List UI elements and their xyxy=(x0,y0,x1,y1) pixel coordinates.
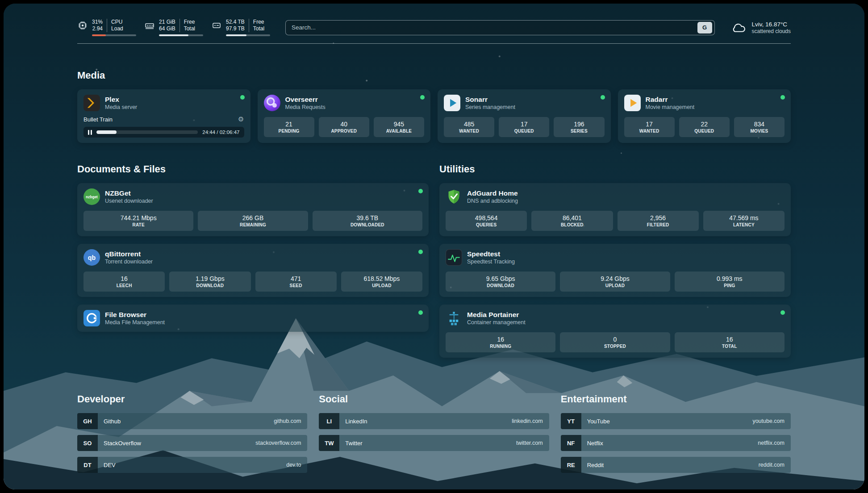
stat-label: WANTED xyxy=(625,129,674,134)
bookmark-row-github[interactable]: GH Github github.com xyxy=(77,413,307,429)
stat-value: 744.21 Mbps xyxy=(84,214,192,222)
ram-free-label: Free xyxy=(180,19,195,25)
stat-value: 0.993 ms xyxy=(676,275,784,283)
player-title: Bullet Train xyxy=(83,116,113,123)
disk-progress-fill xyxy=(226,34,246,36)
app-card-adguard[interactable]: AdGuard Home DNS and adblocking 498,564 … xyxy=(439,183,791,236)
app-subtitle: Series management xyxy=(465,104,515,111)
bookmark-row-dev[interactable]: DT DEV dev.to xyxy=(77,457,307,473)
stat-tile: 618.52 Mbps UPLOAD xyxy=(341,272,422,292)
app-card-filebrowser[interactable]: File Browser Media File Management xyxy=(77,305,429,332)
cpu-progress-track xyxy=(92,34,136,36)
bookmark-url: netflix.com xyxy=(758,440,785,446)
disk-monitor: 52.4 TB Free 97.9 TB Total xyxy=(211,19,270,36)
stat-tile: 0 STOPPED xyxy=(560,332,670,352)
topbar: 31% CPU 2.94 Load xyxy=(77,4,791,36)
app-card-sonarr[interactable]: Sonarr Series management 485 WANTED 17 Q… xyxy=(438,89,611,143)
section-media: Media Plex Media server xyxy=(77,70,791,143)
stat-value: 2,956 xyxy=(618,214,698,222)
bookmark-name: Github xyxy=(104,418,121,425)
filebrowser-icon xyxy=(83,310,100,326)
pause-icon[interactable] xyxy=(88,130,92,135)
section-developer: Developer GH Github github.com SO StackO… xyxy=(77,393,307,479)
bookmark-abbr: YT xyxy=(561,413,581,429)
bookmark-abbr: TW xyxy=(319,435,339,451)
disk-icon xyxy=(211,20,222,31)
bookmark-row-twitter[interactable]: TW Twitter twitter.com xyxy=(319,435,549,451)
stat-tile: 9.24 Gbps UPLOAD xyxy=(560,272,670,292)
stat-value: 17 xyxy=(625,120,674,128)
stat-label: PENDING xyxy=(265,129,313,134)
bookmark-abbr: SO xyxy=(77,435,98,451)
stat-label: WANTED xyxy=(445,129,493,134)
ram-total-value: 64 GiB xyxy=(159,25,180,32)
app-subtitle: Media Requests xyxy=(285,104,326,111)
stat-value: 16 xyxy=(447,335,555,343)
section-documents: Documents & Files nzbget NZBGet Usenet d… xyxy=(77,163,429,358)
bookmark-url: youtube.com xyxy=(752,418,785,424)
app-card-speedtest[interactable]: Speedtest Speedtest Tracking 9.65 Gbps D… xyxy=(439,244,791,297)
stat-value: 485 xyxy=(445,120,493,128)
app-card-radarr[interactable]: Radarr Movie management 17 WANTED 22 QUE… xyxy=(618,89,791,143)
section-title-utilities: Utilities xyxy=(439,163,791,175)
bookmark-row-stackoverflow[interactable]: SO StackOverflow stackoverflow.com xyxy=(77,435,307,451)
stat-value: 39.6 TB xyxy=(313,214,421,222)
bookmark-row-youtube[interactable]: YT YouTube youtube.com xyxy=(561,413,791,429)
speedtest-icon xyxy=(446,249,462,266)
stat-value: 86,401 xyxy=(532,214,612,222)
stat-tile: 16 LEECH xyxy=(83,272,165,292)
stat-tile: 16 RUNNING xyxy=(446,332,555,352)
status-dot xyxy=(418,310,423,315)
search-engine-button[interactable]: G xyxy=(697,22,712,33)
stat-tile: 86,401 BLOCKED xyxy=(531,211,613,231)
search-input[interactable] xyxy=(292,24,697,31)
bookmark-row-linkedin[interactable]: LI LinkedIn linkedin.com xyxy=(319,413,549,429)
app-card-portainer[interactable]: Media Portainer Container management 16 … xyxy=(439,305,791,358)
ram-progress-fill xyxy=(159,34,188,36)
stat-label: DOWNLOAD xyxy=(170,283,250,288)
sonarr-icon xyxy=(444,95,460,111)
section-social: Social LI LinkedIn linkedin.com TW Twitt… xyxy=(319,393,549,479)
search-bar: G xyxy=(285,20,715,35)
system-monitors: 31% CPU 2.94 Load xyxy=(77,19,270,36)
bookmark-name: YouTube xyxy=(587,418,610,425)
stat-label: REMAINING xyxy=(199,222,307,227)
stat-value: 0 xyxy=(561,335,669,343)
radarr-icon xyxy=(624,95,641,111)
bookmark-row-netflix[interactable]: NF Netflix netflix.com xyxy=(561,435,791,451)
status-dot xyxy=(240,95,245,100)
stat-label: SEED xyxy=(256,283,336,288)
stat-tile: 9.65 Gbps DOWNLOAD xyxy=(446,272,555,292)
ram-free-value: 21 GiB xyxy=(159,19,180,25)
app-subtitle: Torrent downloader xyxy=(105,258,153,265)
app-card-plex[interactable]: Plex Media server Bullet Train ⚙ 24:44 xyxy=(77,89,250,143)
stat-tile: 945 AVAILABLE xyxy=(374,117,424,137)
app-name: File Browser xyxy=(105,310,165,319)
app-card-qbittorrent[interactable]: qb qBittorrent Torrent downloader 16 LEE… xyxy=(77,244,429,297)
stat-label: QUERIES xyxy=(447,222,526,227)
stat-tile: 17 QUEUED xyxy=(499,117,549,137)
stat-label: SERIES xyxy=(555,129,603,134)
dashboard-frame: 31% CPU 2.94 Load xyxy=(4,4,864,489)
app-name: NZBGet xyxy=(105,189,153,197)
weather-widget: Lviv, 16.87°C scattered clouds xyxy=(730,21,791,35)
stat-label: BLOCKED xyxy=(532,222,612,227)
bookmark-name: DEV xyxy=(104,462,116,468)
bookmark-abbr: LI xyxy=(319,413,339,429)
nzbget-icon: nzbget xyxy=(83,188,100,205)
stat-label: QUEUED xyxy=(680,129,729,134)
stat-tile: 17 WANTED xyxy=(624,117,675,137)
app-name: Sonarr xyxy=(465,95,515,104)
app-card-nzbget[interactable]: nzbget NZBGet Usenet downloader 744.21 M… xyxy=(77,183,429,236)
stat-value: 16 xyxy=(84,275,164,283)
status-dot xyxy=(418,250,423,254)
player-progress-track[interactable] xyxy=(96,130,198,134)
player-progress-fill xyxy=(96,130,117,134)
stat-label: UPLOAD xyxy=(342,283,421,288)
stat-label: RATE xyxy=(84,222,192,227)
stat-value: 471 xyxy=(256,275,336,283)
stat-label: UPLOAD xyxy=(561,283,669,288)
gear-icon[interactable]: ⚙ xyxy=(238,115,244,123)
bookmark-row-reddit[interactable]: RE Reddit reddit.com xyxy=(561,457,791,473)
app-card-overseerr[interactable]: Overseerr Media Requests 21 PENDING 40 A… xyxy=(258,89,431,143)
